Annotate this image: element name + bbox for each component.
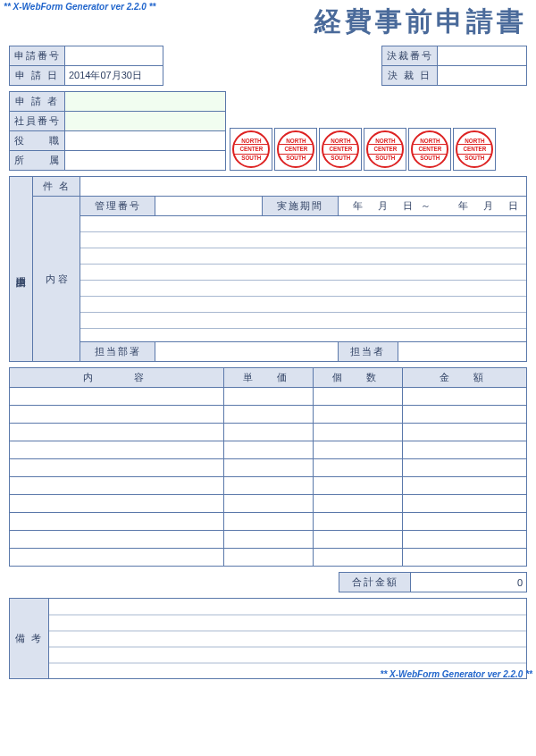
job-title-label: 役 職 xyxy=(10,131,65,151)
item-unit[interactable] xyxy=(224,406,314,424)
item-amount[interactable] xyxy=(403,388,527,406)
reason-table: 申請理由 件 名 内 容 管理番号 実施期間 年 月 日 ～ 年 月 日 担当部… xyxy=(9,176,527,362)
item-desc[interactable] xyxy=(10,549,224,567)
item-unit[interactable] xyxy=(224,424,314,441)
seal-icon: NORTHCENTERSOUTH xyxy=(277,130,314,168)
item-amount[interactable] xyxy=(403,406,527,424)
item-amount[interactable] xyxy=(403,441,527,459)
item-unit[interactable] xyxy=(224,549,314,567)
watermark-top: ** X-WebForm Generator ver 2.2.0 ** xyxy=(4,2,155,12)
item-unit[interactable] xyxy=(224,513,314,531)
item-qty[interactable] xyxy=(314,477,403,495)
applicant-name-label: 申 請 者 xyxy=(10,92,65,112)
seal-icon: NORTHCENTERSOUTH xyxy=(456,130,493,168)
item-qty[interactable] xyxy=(314,531,403,549)
dept-label: 所 属 xyxy=(10,151,65,171)
item-desc[interactable] xyxy=(10,424,224,441)
stamp-row: NORTHCENTERSOUTHNORTHCENTERSOUTHNORTHCEN… xyxy=(230,128,496,171)
stamp-box: NORTHCENTERSOUTH xyxy=(319,128,362,171)
remarks-label: 備 考 xyxy=(10,599,49,679)
stamp-box: NORTHCENTERSOUTH xyxy=(364,128,406,171)
item-amount[interactable] xyxy=(403,549,527,567)
job-title-value[interactable] xyxy=(65,131,226,151)
item-desc[interactable] xyxy=(10,406,224,424)
subject-label: 件 名 xyxy=(33,177,80,197)
application-info-table: 申請番号 申 請 日 2014年07月30日 xyxy=(9,46,163,86)
mgmt-no-label: 管理番号 xyxy=(80,197,155,216)
item-unit[interactable] xyxy=(224,388,314,406)
col-qty: 個 数 xyxy=(314,368,403,388)
seal-icon: NORTHCENTERSOUTH xyxy=(366,130,404,168)
item-unit[interactable] xyxy=(224,459,314,477)
item-amount[interactable] xyxy=(403,513,527,531)
stamp-box: NORTHCENTERSOUTH xyxy=(408,128,451,171)
col-amount: 金 額 xyxy=(403,368,527,388)
item-qty[interactable] xyxy=(314,406,403,424)
total-label: 合計金額 xyxy=(339,573,411,592)
col-unit: 単 価 xyxy=(224,368,314,388)
item-desc[interactable] xyxy=(10,441,224,459)
stamp-box: NORTHCENTERSOUTH xyxy=(453,128,496,171)
resp-person-value[interactable] xyxy=(398,342,526,362)
remarks-body[interactable] xyxy=(49,599,527,679)
item-qty[interactable] xyxy=(314,549,403,567)
approval-date-label: 決 裁 日 xyxy=(382,66,438,86)
item-unit[interactable] xyxy=(224,441,314,459)
resp-person-label: 担当者 xyxy=(338,342,398,362)
seal-icon: NORTHCENTERSOUTH xyxy=(232,130,270,168)
item-unit[interactable] xyxy=(224,531,314,549)
item-unit[interactable] xyxy=(224,477,314,495)
emp-no-label: 社員番号 xyxy=(10,112,65,131)
item-amount[interactable] xyxy=(403,477,527,495)
approval-date-value[interactable] xyxy=(438,66,527,86)
item-desc[interactable] xyxy=(10,513,224,531)
remarks-table: 備 考 xyxy=(9,598,527,679)
content-body[interactable] xyxy=(80,216,527,342)
app-no-label: 申請番号 xyxy=(10,46,65,66)
seal-icon: NORTHCENTERSOUTH xyxy=(322,130,359,168)
item-amount[interactable] xyxy=(403,424,527,441)
item-desc[interactable] xyxy=(10,477,224,495)
app-date-value[interactable]: 2014年07月30日 xyxy=(65,66,163,86)
item-amount[interactable] xyxy=(403,459,527,477)
stamp-box: NORTHCENTERSOUTH xyxy=(230,128,272,171)
stamp-box: NORTHCENTERSOUTH xyxy=(274,128,317,171)
item-amount[interactable] xyxy=(403,495,527,513)
resp-dept-value[interactable] xyxy=(155,342,338,362)
mgmt-no-value[interactable] xyxy=(155,197,263,216)
approval-no-label: 決裁番号 xyxy=(382,46,438,66)
reason-side-label: 申請理由 xyxy=(10,177,33,362)
approval-no-value[interactable] xyxy=(438,46,527,66)
period-label: 実施期間 xyxy=(263,197,338,216)
approval-info-table: 決裁番号 決 裁 日 xyxy=(381,46,527,86)
item-qty[interactable] xyxy=(314,513,403,531)
item-amount[interactable] xyxy=(403,531,527,549)
app-date-label: 申 請 日 xyxy=(10,66,65,86)
subject-value[interactable] xyxy=(80,177,527,197)
item-qty[interactable] xyxy=(314,424,403,441)
applicant-name-value[interactable] xyxy=(65,92,226,112)
resp-dept-label: 担当部署 xyxy=(80,342,155,362)
total-table: 合計金額 0 xyxy=(339,572,527,592)
item-qty[interactable] xyxy=(314,441,403,459)
period-value[interactable]: 年 月 日 ～ 年 月 日 xyxy=(338,197,526,216)
app-no-value[interactable] xyxy=(65,46,163,66)
col-desc: 内 容 xyxy=(10,368,224,388)
items-table: 内 容 単 価 個 数 金 額 xyxy=(9,367,527,567)
item-qty[interactable] xyxy=(314,495,403,513)
total-value: 0 xyxy=(411,573,527,592)
item-unit[interactable] xyxy=(224,495,314,513)
dept-value[interactable] xyxy=(65,151,226,171)
content-label: 内 容 xyxy=(33,197,80,362)
emp-no-value[interactable] xyxy=(65,112,226,131)
applicant-table: 申 請 者 社員番号 役 職 所 属 xyxy=(9,91,226,171)
item-qty[interactable] xyxy=(314,388,403,406)
item-desc[interactable] xyxy=(10,531,224,549)
watermark-bottom: ** X-WebForm Generator ver 2.2.0 ** xyxy=(381,669,532,679)
item-desc[interactable] xyxy=(10,495,224,513)
item-desc[interactable] xyxy=(10,459,224,477)
item-qty[interactable] xyxy=(314,459,403,477)
item-desc[interactable] xyxy=(10,388,224,406)
seal-icon: NORTHCENTERSOUTH xyxy=(411,130,448,168)
